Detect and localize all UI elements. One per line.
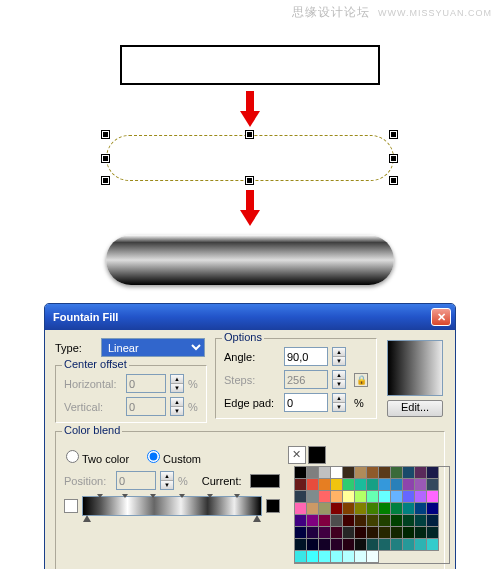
palette-swatch[interactable] <box>367 527 379 539</box>
palette-swatch[interactable] <box>319 467 331 479</box>
palette-swatch[interactable] <box>415 491 427 503</box>
edgepad-spinner[interactable]: ▲▼ <box>332 393 346 412</box>
palette-swatch[interactable] <box>355 527 367 539</box>
palette-swatch[interactable] <box>295 479 307 491</box>
type-select[interactable]: Linear <box>101 338 205 357</box>
palette-swatch[interactable] <box>403 479 415 491</box>
palette-swatch[interactable] <box>307 491 319 503</box>
black-swatch[interactable] <box>308 446 326 464</box>
palette-swatch[interactable] <box>331 539 343 551</box>
palette-swatch[interactable] <box>319 551 331 563</box>
palette-swatch[interactable] <box>367 551 379 563</box>
palette-swatch[interactable] <box>295 551 307 563</box>
palette-swatch[interactable] <box>343 491 355 503</box>
palette-swatch[interactable] <box>307 551 319 563</box>
palette-swatch[interactable] <box>355 479 367 491</box>
palette-swatch[interactable] <box>403 515 415 527</box>
palette-swatch[interactable] <box>415 503 427 515</box>
palette-swatch[interactable] <box>319 539 331 551</box>
palette-swatch[interactable] <box>343 539 355 551</box>
palette-swatch[interactable] <box>331 527 343 539</box>
palette-swatch[interactable] <box>307 503 319 515</box>
palette-swatch[interactable] <box>331 551 343 563</box>
palette-swatch[interactable] <box>355 491 367 503</box>
palette-swatch[interactable] <box>343 527 355 539</box>
palette-swatch[interactable] <box>403 491 415 503</box>
palette-swatch[interactable] <box>295 467 307 479</box>
palette-swatch[interactable] <box>391 503 403 515</box>
palette-swatch[interactable] <box>319 479 331 491</box>
palette-swatch[interactable] <box>343 479 355 491</box>
palette-swatch[interactable] <box>355 539 367 551</box>
palette-swatch[interactable] <box>403 539 415 551</box>
palette-swatch[interactable] <box>391 479 403 491</box>
palette-swatch[interactable] <box>331 479 343 491</box>
palette-swatch[interactable] <box>379 527 391 539</box>
angle-input[interactable] <box>284 347 328 366</box>
gradient-editor[interactable] <box>82 496 262 516</box>
palette-swatch[interactable] <box>391 467 403 479</box>
palette-swatch[interactable] <box>403 527 415 539</box>
palette-swatch[interactable] <box>379 491 391 503</box>
palette-swatch[interactable] <box>331 491 343 503</box>
custom-radio[interactable]: Custom <box>147 450 201 465</box>
palette-swatch[interactable] <box>319 503 331 515</box>
palette-swatch[interactable] <box>307 539 319 551</box>
palette-swatch[interactable] <box>403 503 415 515</box>
palette-swatch[interactable] <box>391 515 403 527</box>
palette-swatch[interactable] <box>307 479 319 491</box>
palette-swatch[interactable] <box>427 467 439 479</box>
palette-swatch[interactable] <box>331 503 343 515</box>
palette-swatch[interactable] <box>307 467 319 479</box>
palette-swatch[interactable] <box>367 491 379 503</box>
palette-swatch[interactable] <box>307 527 319 539</box>
palette-swatch[interactable] <box>343 551 355 563</box>
no-color-swatch[interactable] <box>288 446 306 464</box>
palette-swatch[interactable] <box>355 551 367 563</box>
palette-swatch[interactable] <box>343 467 355 479</box>
palette-swatch[interactable] <box>367 479 379 491</box>
palette-swatch[interactable] <box>379 467 391 479</box>
palette-swatch[interactable] <box>415 479 427 491</box>
palette-swatch[interactable] <box>343 515 355 527</box>
palette-swatch[interactable] <box>427 479 439 491</box>
palette-swatch[interactable] <box>379 539 391 551</box>
palette-swatch[interactable] <box>319 527 331 539</box>
palette-swatch[interactable] <box>319 491 331 503</box>
palette-swatch[interactable] <box>415 527 427 539</box>
palette-swatch[interactable] <box>391 527 403 539</box>
edit-button[interactable]: Edit... <box>387 400 443 417</box>
palette-swatch[interactable] <box>295 491 307 503</box>
palette-swatch[interactable] <box>331 467 343 479</box>
palette-swatch[interactable] <box>295 515 307 527</box>
palette-swatch[interactable] <box>367 503 379 515</box>
titlebar[interactable]: Fountain Fill ✕ <box>45 304 455 330</box>
palette-swatch[interactable] <box>379 503 391 515</box>
palette-swatch[interactable] <box>391 539 403 551</box>
palette-swatch[interactable] <box>367 539 379 551</box>
twocolor-radio[interactable]: Two color <box>66 450 129 465</box>
color-palette[interactable] <box>294 466 450 564</box>
palette-swatch[interactable] <box>367 515 379 527</box>
palette-swatch[interactable] <box>427 515 439 527</box>
palette-swatch[interactable] <box>331 515 343 527</box>
palette-swatch[interactable] <box>355 515 367 527</box>
palette-swatch[interactable] <box>379 515 391 527</box>
palette-swatch[interactable] <box>391 491 403 503</box>
palette-swatch[interactable] <box>319 515 331 527</box>
palette-swatch[interactable] <box>367 467 379 479</box>
palette-swatch[interactable] <box>379 479 391 491</box>
palette-swatch[interactable] <box>415 539 427 551</box>
palette-swatch[interactable] <box>343 503 355 515</box>
palette-swatch[interactable] <box>403 467 415 479</box>
palette-swatch[interactable] <box>295 527 307 539</box>
angle-spinner[interactable]: ▲▼ <box>332 347 346 366</box>
palette-swatch[interactable] <box>427 503 439 515</box>
palette-swatch[interactable] <box>415 515 427 527</box>
lock-icon[interactable]: 🔒 <box>354 373 368 387</box>
edgepad-input[interactable] <box>284 393 328 412</box>
palette-swatch[interactable] <box>427 491 439 503</box>
gradient-start-swatch[interactable] <box>64 499 78 513</box>
gradient-end-swatch[interactable] <box>266 499 280 513</box>
palette-swatch[interactable] <box>307 515 319 527</box>
